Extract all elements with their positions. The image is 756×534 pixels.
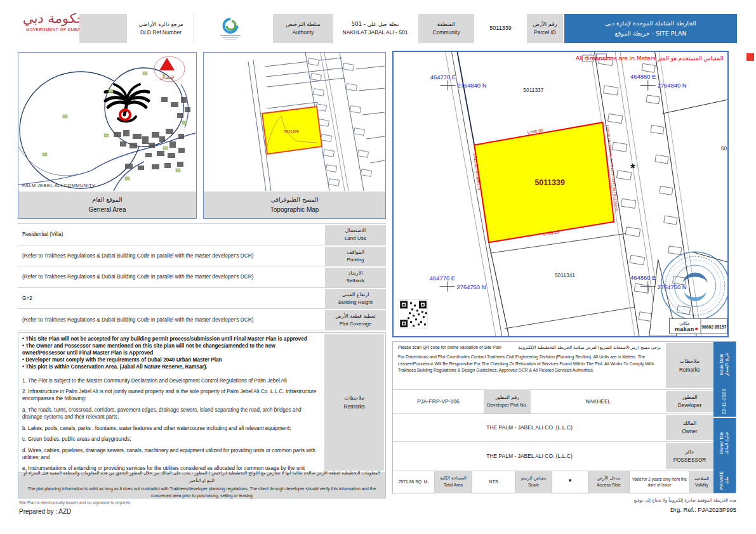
remark-bold-line: • This plot is within Conservation Area.…	[22, 363, 319, 370]
parcel-id-label: رقم الأرض Parcel ID	[527, 14, 563, 43]
possessor-label: حائز POSSESSOR	[666, 443, 713, 469]
community-map-label: PALM JEBEL ALI COMMUNITY	[22, 183, 95, 188]
document-title-ar: الخارطة الشاملة الموحدة لإمارة دبي	[605, 18, 696, 29]
topographic-map: 5011339 المسح الطبوغرافي Topographic Map	[203, 52, 386, 219]
legend-red-box	[746, 53, 754, 61]
remark-bold-line: • This Site Plan will not be accepted fo…	[22, 335, 319, 342]
dimensions-note: All dimensions are in Meters المقياس الم…	[576, 55, 724, 62]
makan-badge: مكاني makan 96602 65157	[669, 318, 727, 334]
topographic-map-caption: المسح الطبوغرافي Topographic Map	[204, 192, 385, 218]
qr-validation-note-ar: يرجى مسح (رمز الاستجابة السريع) لغرض سلا…	[518, 344, 661, 351]
general-area-drawing: شمال PALM JEBEL ALI COMMUNITY	[18, 53, 196, 191]
parcel-number-top: 5011337	[523, 87, 543, 93]
owner-title-label: Owner Title حيازة المالك	[713, 418, 736, 467]
remarks-disclaimer: المعلومات التخطيطية لقطعة الأرض صالحة طا…	[18, 472, 385, 498]
remarks-disclaimer-en: The plot planning information is valid a…	[22, 485, 381, 500]
owner-title-value: PRIVATE ملك	[713, 467, 736, 493]
drawing-reference: Drg. Ref.: PJA2023P995	[392, 506, 736, 513]
prepared-by: Prepared by : AZD	[19, 508, 71, 515]
parcel-number-right-clipped: 50	[721, 145, 727, 152]
remarks-box: • This Site Plan will not be accepted fo…	[18, 332, 386, 498]
general-area-map: شمال PALM JEBEL ALI COMMUNITY الموق	[18, 52, 197, 219]
remarks-label: ملاحظات Remarks	[324, 334, 384, 471]
developer-label: المطور Developer	[666, 391, 713, 412]
coord-label: 2764840 N	[658, 82, 687, 89]
coord-label: 464860 E	[630, 274, 656, 281]
developer-plot-no-label: رقم المطور Developer Plot No.	[484, 389, 531, 414]
remark-line: 2. Infrastructure in Palm Jebel Ali is n…	[22, 388, 319, 402]
makan-logo-ar: مكاني	[679, 321, 689, 326]
site-plan-document: { "header": { "gov_logo_ar": "حكومة دبي"…	[0, 0, 756, 534]
dld-ref-label: مرجع دائرة الأراضي DLD Ref Number	[128, 14, 194, 43]
remarks-disclaimer-ar: المعلومات التخطيطية لقطعة الأرض صالحة طا…	[22, 470, 381, 485]
plot-info-table: Please scan QR code for online validatio…	[392, 341, 736, 493]
setback-value: (Refer to Trakhees Regulations & Dubai B…	[18, 266, 325, 287]
issue-date-label: Issue Date تاريخ الإصدار	[713, 342, 736, 386]
coord-label: 464860 E	[630, 73, 656, 80]
total-area-value: 2571.86 SQ. M.	[393, 471, 434, 493]
qr-code-icon	[399, 300, 428, 329]
coord-label: 464770 E	[430, 74, 456, 81]
dld-ref-value-box	[79, 14, 127, 43]
remark-line: c. Green bodies, public areas and playgr…	[22, 436, 319, 443]
parking-label: المواقفParking	[325, 245, 386, 266]
qr-validation-note-en: Please scan QR code for online validatio…	[398, 344, 501, 351]
developer-value: NAKHEEL	[531, 389, 666, 414]
building-height-value: G+2	[18, 288, 325, 309]
plot-coverage-value: (Refer to Trakhees Regulations & Dubai B…	[18, 309, 325, 330]
owner-label: المالك Owner	[666, 415, 713, 440]
parking-value: (Refer to Trakhees Regulations & Dubai B…	[18, 245, 325, 266]
trakhees-logo	[195, 14, 265, 43]
possessor-value: THE PALM - JABEL ALI CO. (L.L.C)	[393, 441, 666, 471]
parcel-number-main: 5011339	[534, 178, 565, 187]
total-area-label: المساحة الكلية Total Area	[434, 471, 472, 493]
validity-label: الصلاحية Validity	[689, 471, 713, 493]
info-remarks-label: ملاحظات Remarks	[666, 343, 713, 388]
general-area-caption: الموقع العام General Area	[18, 192, 196, 218]
info-paragraph: For Dimensions and Plot Coordinates Cont…	[398, 354, 661, 374]
remark-line: 1. The Plot is subject to the Master Com…	[22, 377, 319, 384]
scale-value: NTS	[472, 471, 515, 493]
owner-value: THE PALM - JABEL ALI CO. (L.L.C)	[393, 414, 666, 441]
table-row: G+2 ارتفاع المبنىBuilding Height	[18, 288, 386, 309]
plot-details-table: Residential (Villa) الاستعمالLand Use (R…	[18, 223, 386, 330]
info-remarks-cell: Please scan QR code for online validatio…	[393, 342, 666, 389]
land-use-label: الاستعمالLand Use	[325, 224, 386, 245]
authority-label: سلطة الترخيص Authority	[273, 14, 333, 43]
plot-coverage-label: تغطية قطعة الأرضPlot Coverage	[325, 309, 386, 330]
remark-line: a. The roads, turns, crossroad, corridor…	[22, 407, 319, 420]
makan-number: 96602 65157	[701, 325, 726, 329]
parcel-id-value: 5011339	[474, 14, 527, 43]
trakhees-logo-icon	[216, 16, 244, 41]
makan-logo-en: makan	[675, 326, 694, 332]
developer-row: PJA-FRP-VP-106 رقم المطور Developer Plot…	[393, 389, 666, 414]
electronic-issue-note-ar: هذه الخريطة الموقعية صادرة إلكترونياً ول…	[392, 498, 736, 503]
north-indicator-icon: شمال	[154, 56, 185, 82]
site-plan-drawing: L=60.00 L=60.28 L=43.49 / R=1690.79 L=16…	[392, 51, 729, 337]
coord-label: 464770 E	[430, 275, 455, 282]
remark-line: b. Lakes, pools, canals, parks , fountai…	[22, 425, 319, 432]
community-label: المنطقة Community	[418, 14, 474, 43]
parcel-number-bottom: 5011341	[555, 272, 575, 278]
validity-value: Valid for 2 years only from the date of …	[629, 471, 689, 493]
access-side-marker: *	[630, 161, 635, 175]
svg-text:شمال: شمال	[159, 73, 174, 80]
developer-plot-no-value: PJA-FRP-VP-106	[393, 389, 484, 414]
topographic-drawing: 5011339	[204, 53, 385, 191]
access-side-label: مدخل الأرض Access Side	[588, 471, 629, 493]
table-row: Residential (Villa) الاستعمالLand Use	[18, 224, 386, 245]
land-use-value: Residential (Villa)	[18, 224, 325, 245]
setback-label: الارتدادSetback	[325, 266, 386, 287]
building-height-label: ارتفاع المبنىBuilding Height	[325, 288, 386, 309]
table-row: (Refer to Trakhees Regulations & Dubai B…	[18, 245, 386, 267]
remark-bold-line: • Developer must comply with the require…	[22, 356, 319, 363]
remark-bold-line: • The Owner and Possessor name mentioned…	[22, 342, 319, 356]
remarks-content: • This Site Plan will not be accepted fo…	[22, 335, 319, 483]
site-plan-svg: L=60.00 L=60.28 L=43.49 / R=1690.79 L=16…	[394, 52, 727, 336]
coord-label: 2764750 N	[456, 283, 486, 290]
info-bottom-row: 2571.86 SQ. M. المساحة الكلية Total Area…	[393, 471, 713, 493]
document-title: الخارطة الشاملة الموحدة لإمارة دبي خريطة…	[564, 14, 737, 43]
issue-sidebar: Issue Date تاريخ الإصدار 22-11-2023 Owne…	[713, 342, 736, 493]
issue-date-value: 22-11-2023	[713, 386, 736, 417]
community-value: نخلة جبل علي - 501 NAKHLAT JABAL ALI - 5…	[333, 14, 417, 43]
